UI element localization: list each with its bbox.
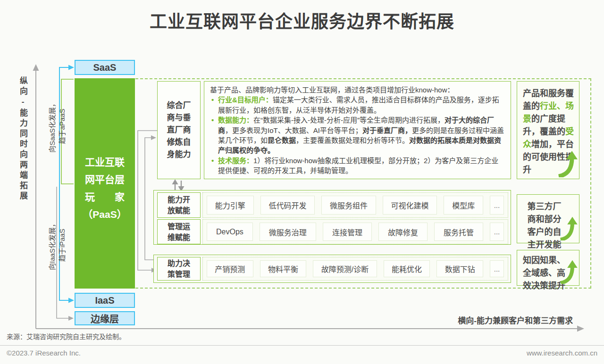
- capability-item: 模型库: [444, 196, 483, 215]
- up-swoosh-arrow-icon: [557, 150, 578, 177]
- outcome-decision-box: 知因知果、全域感、高效决策提升: [517, 250, 579, 286]
- source-note: 来源：艾瑞咨询研究院自主研究及绘制。: [7, 331, 126, 341]
- capability-item: 连接管理: [323, 223, 372, 241]
- layer-edge-label: 边缘层: [91, 312, 119, 325]
- horizontal-axis-label: 横向-能力兼顾客户和第三方需求: [458, 314, 573, 326]
- outcome-coverage-box: 产品和服务覆盖的行业、场景的广度提升，覆盖的受众增加，平台的可使用性提升: [517, 81, 579, 179]
- bullet-dot-icon: •: [211, 115, 214, 125]
- layer-iaas: IaaS: [75, 293, 135, 308]
- capability-item: DevOps: [207, 223, 253, 241]
- row-capability-open: 能力开 放赋能 能力引擎 低代码开发 微服务组件 可视化建模 模型库 ...: [157, 192, 508, 218]
- capability-item: 产销预测: [207, 260, 253, 277]
- capability-item: 故障预测/诊断: [313, 260, 377, 277]
- layer-iaas-label: IaaS: [95, 295, 114, 306]
- horizontal-axis-arrow-icon: [36, 326, 584, 332]
- copyright-text: ©2023.7 iResearch Inc.: [7, 349, 81, 357]
- more-items-ellipsis: ...: [490, 260, 504, 277]
- vertical-axis-arrow-icon: [33, 64, 39, 329]
- capability-item: 服务托管: [434, 223, 483, 241]
- capability-item: 微服务组件: [321, 196, 376, 215]
- bullet-dot-icon: •: [211, 95, 214, 105]
- capability-item: 能力引擎: [207, 196, 254, 215]
- footer-divider: [0, 345, 604, 346]
- bullet-head: 数据能力：: [218, 116, 253, 124]
- vertical-axis-label: 纵向-能力同时向两端拓展: [14, 76, 31, 213]
- row-label-capability-open: 能力开 放赋能: [157, 192, 201, 218]
- capability-item: 可视化建模: [383, 196, 437, 215]
- up-swoosh-arrow-icon: [559, 259, 578, 284]
- capability-item: 低代码开发: [260, 196, 315, 215]
- up-swoosh-arrow-icon: [559, 216, 578, 240]
- bullet-dot-icon: •: [211, 156, 214, 165]
- capability-item: 微服务治理: [260, 223, 316, 241]
- more-items-ellipsis: ...: [490, 223, 504, 241]
- detail-text-box: 基于产品、品牌影响力等切入工业互联网，通过各类项目增加行业know-how： •…: [204, 81, 511, 179]
- detail-bullet-tech: • 技术服务：1）将行业know-how抽象成工业机理模型，部分开放；2）为客户…: [210, 156, 505, 176]
- bullet-body: 1）将行业know-how抽象成工业机理模型，部分开放；2）为客户及第三方企业提…: [218, 157, 498, 174]
- detail-intro: 基于产品、品牌影响力等切入工业互联网，通过各类项目增加行业know-how：: [210, 85, 505, 95]
- website-text: www.iresearch.com.cn: [527, 349, 597, 357]
- outcome-thirdparty-box: 第三方厂商和部分客户的自主开发能力提升: [517, 194, 579, 243]
- bullet-head: 技术服务：: [218, 157, 253, 165]
- capability-item: 故障修复: [378, 223, 428, 241]
- row-decision-support: 助力决 策管理 产销预测 物料平衡 故障预测/诊断 能耗优化 数据下钻 ...: [157, 257, 508, 281]
- layer-edge: 边缘层: [75, 311, 135, 325]
- layer-paas-label: 工业互联 网平台层 玩 家 （PaaS）: [83, 153, 126, 223]
- row-items-ops-management: DevOps 微服务治理 连接管理 故障修复 服务托管 ...: [202, 219, 508, 244]
- row-items-capability-open: 能力引擎 低代码开发 微服务组件 可视化建模 模型库 ...: [202, 192, 508, 218]
- capability-item: 数据下钻: [436, 260, 483, 277]
- more-items-ellipsis: ...: [490, 196, 504, 215]
- layer-saas: SaaS: [75, 60, 135, 75]
- detail-bullet-industry: • 行业&目标用户：锚定某一大类行业、需求人员，推出适合目标群体的产品及服务，逐…: [210, 95, 505, 115]
- row-ops-management: 管理运 维赋能 DevOps 微服务治理 连接管理 故障修复 服务托管 ...: [157, 219, 508, 244]
- capability-item: 物料平衡: [260, 260, 307, 277]
- self-improve-label: 综合厂 商与垂 直厂商 修炼自 身能力: [157, 81, 201, 179]
- detail-bullet-data: • 数据能力：在“数据采集-接入-处理-分析-应用”等全生命周期内进行拓展，对于…: [210, 115, 505, 156]
- iaas-direction-label: 向IaaS化发展， 趋于iPaaS: [47, 205, 68, 285]
- row-label-decision-support: 助力决 策管理: [157, 257, 201, 281]
- capability-item: 能耗优化: [384, 260, 430, 277]
- infographic-canvas: 工业互联网平台企业服务边界不断拓展: [0, 0, 604, 364]
- row-label-ops-management: 管理运 维赋能: [157, 219, 201, 244]
- layer-paas: 工业互联 网平台层 玩 家 （PaaS）: [75, 78, 135, 289]
- layer-saas-label: SaaS: [93, 62, 117, 73]
- row-items-decision-support: 产销预测 物料平衡 故障预测/诊断 能耗优化 数据下钻 ...: [202, 257, 508, 281]
- saas-direction-label: 向SaaS化发展， 趋于aPaaS: [47, 86, 68, 166]
- bullet-head: 行业&目标用户：: [218, 96, 273, 104]
